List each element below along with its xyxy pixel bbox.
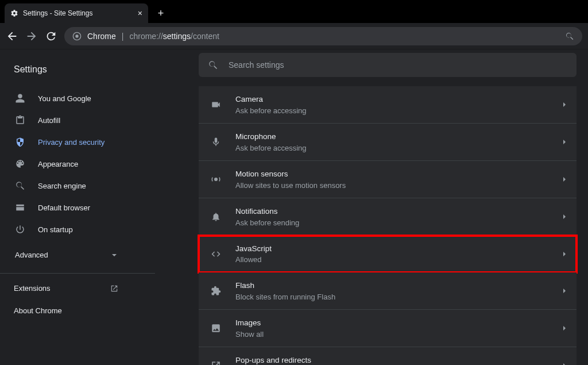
browser-tab[interactable]: Settings - Site Settings ×	[5, 3, 148, 23]
camera-icon	[211, 99, 221, 110]
setting-row-motion-sensors[interactable]: Motion sensorsAllow sites to use motion …	[199, 161, 577, 198]
omnibox-url: chrome://settings/content	[129, 32, 219, 41]
sidebar-item-label: Autofill	[38, 116, 60, 125]
row-subtitle: Allowed	[235, 255, 563, 264]
extension-icon	[211, 286, 221, 296]
omnibox-separator: |	[122, 32, 124, 41]
search-settings-bar[interactable]	[199, 53, 577, 77]
chevron-right-icon	[563, 288, 566, 294]
sidebar-item-label: Appearance	[38, 160, 78, 168]
row-title: Camera	[235, 94, 563, 105]
browser-icon	[15, 202, 25, 213]
row-title: Flash	[235, 281, 563, 291]
row-title: Microphone	[235, 132, 563, 143]
sidebar-item-on-startup[interactable]: On startup	[0, 218, 155, 240]
sidebar-item-appearance[interactable]: Appearance	[0, 153, 155, 175]
sidebar-item-label: On startup	[38, 225, 73, 234]
chevron-right-icon	[563, 251, 566, 257]
search-icon	[15, 180, 25, 191]
sidebar-item-privacy-security[interactable]: Privacy and security	[0, 131, 155, 153]
omnibox-search-icon[interactable]	[565, 32, 574, 41]
row-subtitle: Ask before accessing	[235, 144, 563, 152]
row-subtitle: Allow sites to use motion sensors	[235, 181, 563, 190]
svg-point-1	[75, 34, 78, 37]
chevron-right-icon	[563, 139, 566, 145]
back-button[interactable]	[6, 30, 18, 43]
sidebar: Settings You and Google Autofill Privacy…	[0, 49, 155, 365]
advanced-label: Advanced	[15, 251, 48, 259]
image-icon	[211, 323, 221, 333]
sidebar-about-chrome[interactable]: About Chrome	[0, 299, 155, 322]
tab-title: Settings - Site Settings	[23, 9, 92, 17]
power-icon	[15, 224, 25, 235]
chevron-right-icon	[563, 102, 566, 107]
shield-icon	[15, 137, 25, 147]
about-label: About Chrome	[14, 306, 62, 315]
omnibox-chrome-label: Chrome	[87, 32, 116, 41]
chevron-right-icon	[563, 176, 566, 182]
setting-row-notifications[interactable]: NotificationsAsk before sending	[199, 198, 577, 236]
extensions-label: Extensions	[14, 284, 51, 293]
chevron-right-icon	[563, 214, 566, 220]
row-title: JavaScript	[235, 244, 563, 255]
setting-row-flash[interactable]: FlashBlock sites from running Flash	[199, 272, 577, 310]
palette-icon	[15, 159, 25, 169]
sidebar-item-label: Search engine	[38, 182, 86, 190]
row-title: Pop-ups and redirects	[235, 355, 563, 365]
chevron-right-icon	[563, 325, 566, 331]
external-link-icon	[110, 285, 118, 293]
tab-strip: Settings - Site Settings × +	[0, 0, 588, 23]
row-subtitle: Show all	[235, 330, 563, 339]
search-settings-input[interactable]	[229, 60, 567, 70]
sidebar-extensions[interactable]: Extensions	[0, 277, 155, 299]
sidebar-item-search-engine[interactable]: Search engine	[0, 175, 155, 197]
setting-row-images[interactable]: ImagesShow all	[199, 310, 577, 347]
chevron-right-icon	[563, 363, 566, 365]
sidebar-item-you-and-google[interactable]: You and Google	[0, 87, 155, 109]
settings-title: Settings	[0, 59, 155, 87]
chrome-icon	[72, 32, 82, 41]
main-panel: CameraAsk before accessing MicrophoneAsk…	[155, 49, 588, 365]
sidebar-item-label: You and Google	[38, 94, 91, 103]
sidebar-item-label: Privacy and security	[38, 138, 105, 147]
search-icon	[208, 60, 218, 70]
popup-icon	[211, 360, 221, 365]
row-title: Notifications	[235, 206, 563, 217]
new-tab-button[interactable]: +	[153, 5, 169, 21]
row-subtitle: Ask before sending	[235, 218, 563, 227]
chevron-down-icon	[111, 252, 117, 258]
clipboard-icon	[15, 115, 25, 125]
close-tab-icon[interactable]: ×	[138, 9, 142, 18]
microphone-icon	[211, 137, 221, 147]
sidebar-advanced[interactable]: Advanced	[0, 240, 155, 270]
toolbar: Chrome | chrome://settings/content	[0, 23, 588, 49]
setting-row-camera[interactable]: CameraAsk before accessing	[199, 86, 577, 124]
setting-row-javascript[interactable]: JavaScriptAllowed	[199, 236, 577, 273]
sidebar-item-default-browser[interactable]: Default browser	[0, 197, 155, 218]
row-title: Images	[235, 318, 563, 329]
person-icon	[15, 93, 25, 103]
gear-icon	[10, 9, 18, 17]
sidebar-item-autofill[interactable]: Autofill	[0, 109, 155, 131]
forward-button[interactable]	[25, 30, 38, 43]
row-title: Motion sensors	[235, 169, 563, 180]
row-subtitle: Ask before accessing	[235, 106, 563, 115]
reload-button[interactable]	[45, 30, 57, 43]
code-icon	[211, 249, 221, 259]
sidebar-item-label: Default browser	[38, 203, 90, 212]
setting-row-popups[interactable]: Pop-ups and redirectsBlocked	[199, 347, 577, 365]
divider	[0, 273, 155, 274]
row-subtitle: Block sites from running Flash	[235, 293, 563, 301]
setting-row-microphone[interactable]: MicrophoneAsk before accessing	[199, 124, 577, 161]
omnibox[interactable]: Chrome | chrome://settings/content	[64, 27, 582, 45]
bell-icon	[211, 212, 221, 222]
motion-icon	[211, 174, 221, 185]
